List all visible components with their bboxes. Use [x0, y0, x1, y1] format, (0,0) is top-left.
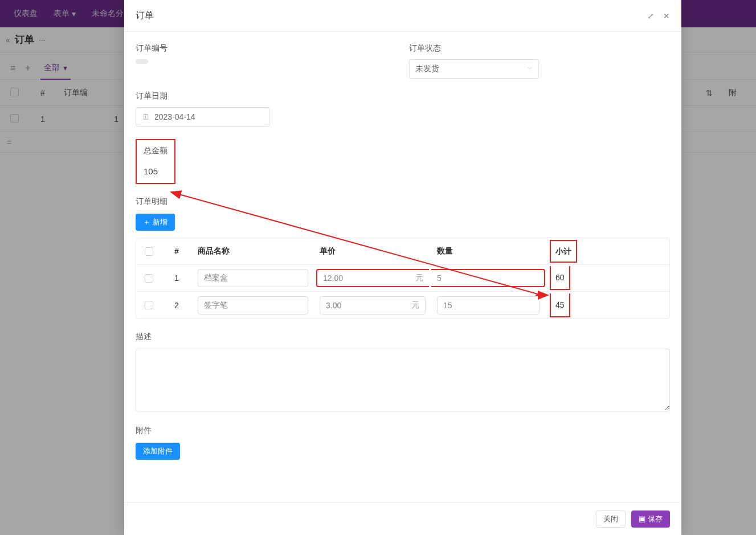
- total-amount-block: 总金额 105: [136, 139, 175, 184]
- currency-suffix: 元: [415, 273, 423, 283]
- detail-table-header: # 商品名称 单价 数量 小计: [136, 238, 669, 265]
- save-icon: ▣: [639, 514, 645, 523]
- order-status-label: 订单状态: [409, 43, 660, 54]
- close-icon[interactable]: ✕: [663, 11, 670, 21]
- close-button[interactable]: 关闭: [596, 511, 626, 528]
- modal-footer: 关闭 ▣ 保存: [124, 502, 681, 535]
- field-order-no: 订单编号: [136, 43, 386, 79]
- add-attachment-button[interactable]: 添加附件: [136, 443, 180, 460]
- col-subtotal-label: 小计: [550, 240, 577, 263]
- field-order-date: 订单日期 🗓 2023-04-14: [136, 91, 670, 126]
- add-detail-button[interactable]: ＋ 新增: [136, 214, 175, 231]
- product-name-input[interactable]: 签字笔: [198, 296, 308, 315]
- field-order-status: 订单状态 未发货 ﹀: [409, 43, 660, 79]
- calendar-icon: 🗓: [142, 112, 150, 121]
- col-index: #: [161, 247, 192, 256]
- col-subtotal: 小计: [545, 246, 663, 257]
- attachment-label: 附件: [136, 426, 670, 436]
- detail-row-checkbox[interactable]: [145, 301, 153, 309]
- subtotal-value: 60: [550, 266, 570, 290]
- qty-value: 5: [437, 273, 442, 283]
- modal-body: 订单编号 订单状态 未发货 ﹀ 订单日期 🗓 2023-04-14 总金额 10…: [124, 32, 681, 502]
- description-textarea[interactable]: [136, 349, 670, 411]
- currency-suffix: 元: [411, 300, 419, 311]
- order-status-value: 未发货: [415, 64, 439, 74]
- description-label: 描述: [136, 332, 670, 342]
- qty-value: 15: [443, 301, 452, 310]
- order-modal: 订单 ⤢ ✕ 订单编号 订单状态 未发货 ﹀ 订单日期 🗓 202: [124, 0, 681, 535]
- save-button[interactable]: ▣ 保存: [631, 511, 670, 528]
- col-price: 单价: [314, 246, 431, 256]
- subtotal-cell: 60: [545, 273, 663, 283]
- detail-row-index: 1: [161, 273, 192, 283]
- price-input[interactable]: 12.00 元: [316, 269, 429, 287]
- order-status-select[interactable]: 未发货 ﹀: [409, 59, 539, 79]
- detail-section-label: 订单明细: [136, 197, 670, 207]
- col-name: 商品名称: [192, 246, 314, 256]
- chevron-down-icon: ﹀: [527, 65, 533, 73]
- order-date-label: 订单日期: [136, 91, 670, 101]
- order-date-value: 2023-04-14: [154, 112, 195, 121]
- modal-header: 订单 ⤢ ✕: [124, 0, 681, 32]
- product-name-value: 档案盒: [204, 273, 228, 283]
- product-name-input[interactable]: 档案盒: [198, 269, 308, 287]
- save-label: 保存: [648, 514, 663, 524]
- detail-row-index: 2: [161, 301, 192, 310]
- qty-input[interactable]: 5: [431, 269, 545, 287]
- total-value: 105: [144, 166, 167, 176]
- price-value: 3.00: [326, 301, 341, 310]
- detail-row: 2 签字笔 3.00 元 15 45: [136, 292, 669, 318]
- order-no-label: 订单编号: [136, 43, 386, 54]
- detail-table: # 商品名称 单价 数量 小计 1 档案盒 12.00 元: [136, 238, 670, 319]
- product-name-value: 签字笔: [204, 300, 228, 311]
- detail-row: 1 档案盒 12.00 元 5 60: [136, 265, 669, 292]
- col-qty: 数量: [431, 246, 545, 256]
- total-label: 总金额: [144, 146, 167, 156]
- plus-icon: ＋: [143, 217, 150, 227]
- subtotal-value: 45: [550, 293, 570, 317]
- detail-row-checkbox[interactable]: [145, 274, 153, 283]
- detail-select-all[interactable]: [145, 247, 153, 256]
- qty-input[interactable]: 15: [437, 296, 540, 315]
- order-no-placeholder: [136, 59, 148, 64]
- add-detail-label: 新增: [153, 217, 167, 227]
- modal-title: 订单: [136, 10, 154, 22]
- price-value: 12.00: [323, 273, 343, 283]
- add-attachment-label: 添加附件: [143, 446, 173, 456]
- subtotal-cell: 45: [545, 300, 663, 311]
- order-date-input[interactable]: 🗓 2023-04-14: [136, 107, 270, 126]
- expand-icon[interactable]: ⤢: [647, 11, 654, 21]
- price-input[interactable]: 3.00 元: [320, 296, 426, 315]
